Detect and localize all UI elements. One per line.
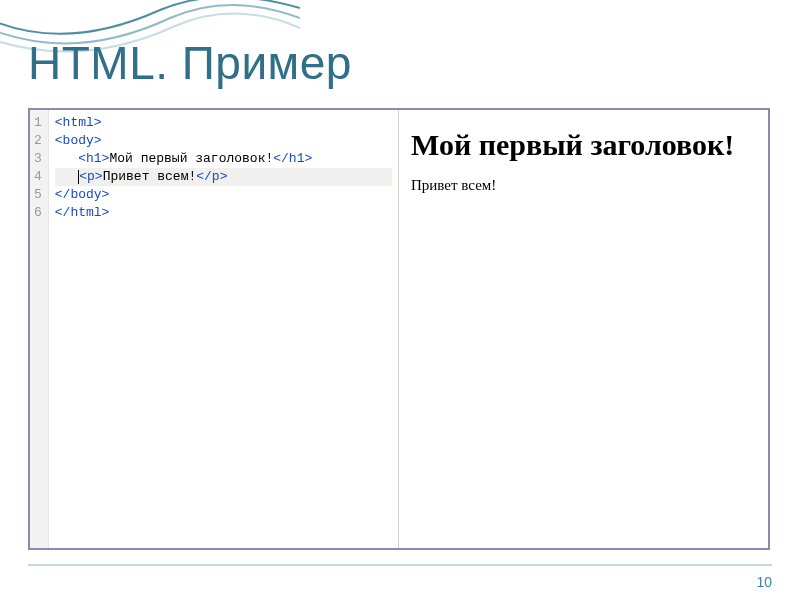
rendered-heading: Мой первый заголовок! — [411, 128, 756, 163]
code-line: </html> — [55, 204, 392, 222]
code-line: <h1>Мой первый заголовок!</h1> — [55, 150, 392, 168]
footer-rule — [28, 564, 772, 566]
code-line: <body> — [55, 132, 392, 150]
slide-title: HTML. Пример — [28, 36, 352, 90]
line-gutter: 123456 — [30, 110, 49, 548]
code-line: <p>Привет всем!</p> — [55, 168, 392, 186]
code-line: </body> — [55, 186, 392, 204]
content-frame: 123456 <html><body> <h1>Мой первый загол… — [28, 108, 770, 550]
code-lines: <html><body> <h1>Мой первый заголовок!</… — [49, 110, 398, 548]
code-line: <html> — [55, 114, 392, 132]
slide: HTML. Пример 123456 <html><body> <h1>Мой… — [0, 0, 800, 600]
code-editor-pane: 123456 <html><body> <h1>Мой первый загол… — [30, 110, 399, 548]
render-pane: Мой первый заголовок! Привет всем! — [399, 110, 768, 548]
page-number: 10 — [756, 574, 772, 590]
rendered-paragraph: Привет всем! — [411, 177, 756, 194]
